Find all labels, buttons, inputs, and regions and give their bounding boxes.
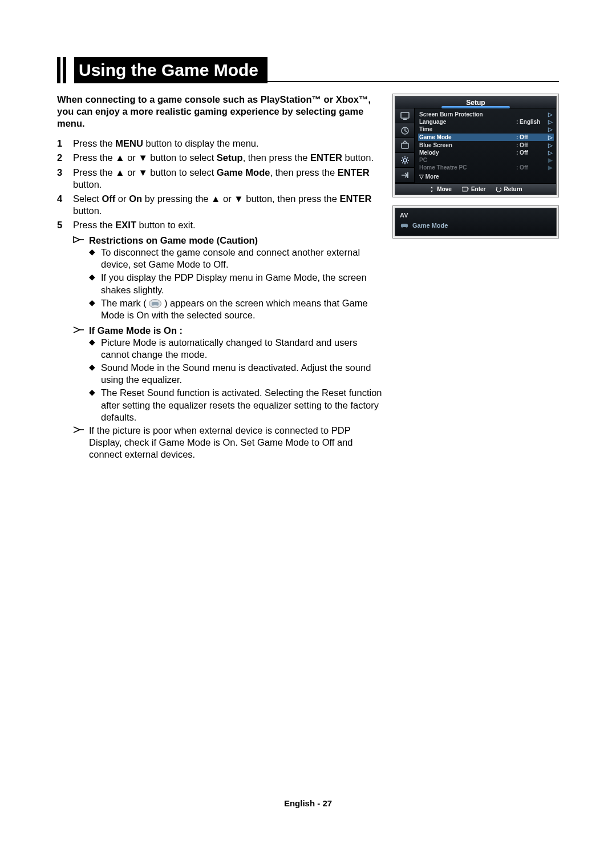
svg-point-5 [403, 159, 407, 162]
osd-tab-sound-icon [395, 123, 414, 138]
title-rule [268, 81, 559, 82]
svg-rect-2 [403, 119, 407, 120]
chevron-right-icon [73, 425, 86, 461]
restrictions-list: To disconnect the game console and conne… [89, 247, 382, 321]
step-number: 3 [57, 167, 73, 191]
step-text: Press the EXIT button to exit. [73, 219, 382, 231]
svg-rect-7 [462, 187, 468, 191]
restriction-item: The mark ( ) appears on the screen which… [101, 297, 382, 321]
osd-category-tabs [395, 108, 415, 183]
step-number: 2 [57, 152, 73, 164]
osd-footer: Move Enter Return [395, 183, 556, 195]
ifon-item: The Reset Sound function is activated. S… [101, 387, 382, 423]
svg-rect-4 [402, 143, 408, 148]
page-footer: English - 27 [0, 798, 616, 808]
step-text: Press the ▲ or ▼ button to select Game M… [73, 167, 382, 191]
osd-tab-channel-icon [395, 138, 414, 153]
osd2-source-label: AV [395, 208, 556, 220]
poor-picture-note-row: If the picture is poor when external dev… [73, 425, 382, 461]
poor-picture-note: If the picture is poor when external dev… [89, 425, 382, 461]
gamepad-icon [400, 222, 409, 229]
restriction-item: To disconnect the game console and conne… [101, 247, 382, 270]
osd-footer-move: Move [429, 186, 452, 192]
osd-row-disabled: PC▶ [419, 156, 553, 164]
ifon-heading-row: If Game Mode is On : [73, 325, 382, 337]
osd2-gamemode-row: Game Mode [395, 220, 556, 236]
osd-more: ▽ More [419, 173, 553, 180]
osd-setup-menu: Setup Screen Burn Protection▷ Language: … [392, 94, 559, 197]
osd-row: Blue Screen: Off▷ [419, 142, 553, 149]
chevron-right-icon [73, 325, 86, 337]
ifon-heading: If Game Mode is On : [89, 325, 183, 336]
step-number: 1 [57, 138, 73, 150]
osd-footer-return: Return [496, 186, 522, 192]
title-decor-bars [57, 57, 66, 83]
ifon-item: Picture Mode is automatically changed to… [101, 337, 382, 361]
osd-row: Time▷ [419, 126, 553, 133]
section-title-block: Using the Game Mode [57, 57, 559, 83]
osd-row-selected: Game Mode: Off▷ [418, 134, 554, 141]
step-number: 5 [57, 219, 73, 231]
svg-rect-1 [401, 112, 409, 118]
ifon-list: Picture Mode is automatically changed to… [89, 337, 382, 423]
restrictions-heading: Restrictions on Game mode (Caution) [89, 235, 258, 245]
svg-rect-6 [407, 172, 408, 178]
instruction-list: 1 Press the MENU button to display the m… [57, 138, 382, 231]
osd-row: Melody: Off▷ [419, 149, 553, 156]
osd-row: Screen Burn Protection▷ [419, 111, 553, 118]
step-text: Press the MENU button to display the men… [73, 138, 382, 150]
osd-row: Language: English▷ [419, 118, 553, 126]
page-title: Using the Game Mode [74, 57, 268, 83]
step-text: Select Off or On by pressing the ▲ or ▼ … [73, 193, 382, 217]
osd-tab-picture-icon [395, 108, 414, 123]
chevron-right-icon [73, 235, 86, 247]
intro-paragraph: When connecting to a game console such a… [57, 94, 382, 130]
step-number: 4 [57, 193, 73, 217]
restriction-item: If you display the PDP Display menu in G… [101, 272, 382, 296]
ifon-item: Sound Mode in the Sound menu is deactiva… [101, 362, 382, 386]
step-text: Press the ▲ or ▼ button to select Setup,… [73, 152, 382, 164]
osd-gamemode-indicator: AV Game Mode [392, 205, 559, 239]
osd-tab-setup-icon [395, 153, 414, 168]
osd-footer-enter: Enter [462, 186, 486, 192]
osd-row-disabled: Home Theatre PC: Off▶ [419, 164, 553, 171]
restrictions-heading-row: Restrictions on Game mode (Caution) [73, 235, 382, 247]
osd-tab-input-icon [395, 168, 414, 183]
osd-title: Setup [395, 96, 556, 108]
gamepad-icon [149, 299, 161, 308]
